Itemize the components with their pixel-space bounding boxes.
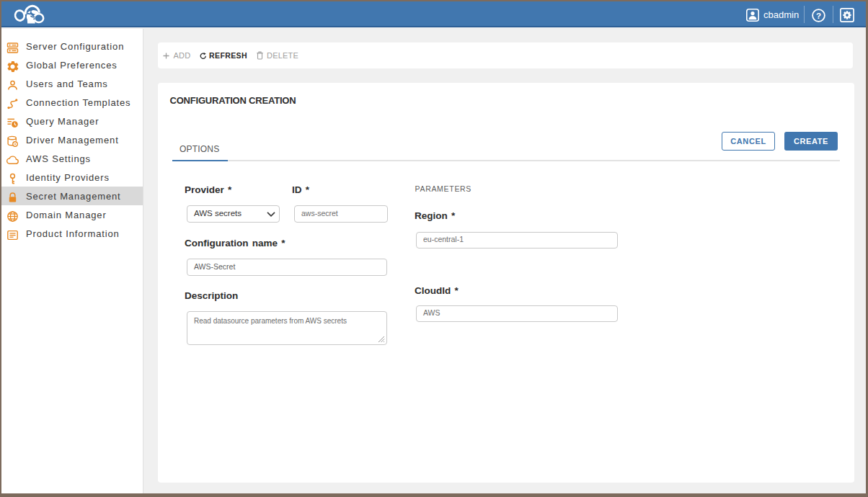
svg-text:?: ? (816, 12, 821, 20)
